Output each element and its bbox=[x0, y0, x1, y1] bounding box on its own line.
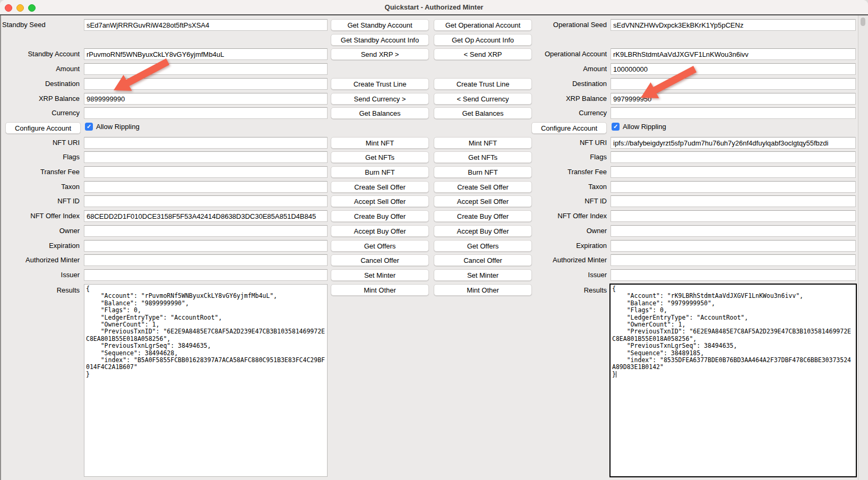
operational-button-create-trust-line[interactable]: Create Trust Line bbox=[434, 78, 532, 90]
quickstart-window: Quickstart - Authorized Minter Standby S… bbox=[0, 0, 868, 480]
operational-label-expiration: Expiration bbox=[534, 242, 607, 251]
operational-button-accept-buy-offer[interactable]: Accept Buy Offer bbox=[434, 225, 532, 237]
standby-button-mint-other[interactable]: Mint Other bbox=[331, 284, 429, 296]
operational-field-taxon[interactable] bbox=[611, 181, 856, 193]
standby-label-flags: Flags bbox=[2, 153, 80, 162]
operational-field-owner[interactable] bbox=[611, 225, 856, 237]
operational-button-mint-nft[interactable]: Mint NFT bbox=[434, 137, 532, 149]
standby-field-expiration[interactable] bbox=[84, 240, 328, 252]
standby-field-taxon[interactable] bbox=[84, 181, 328, 193]
operational-label-flags: Flags bbox=[534, 153, 607, 162]
standby-button-accept-buy-offer[interactable]: Accept Buy Offer bbox=[331, 225, 429, 237]
operational-button-create-buy-offer[interactable]: Create Buy Offer bbox=[434, 210, 532, 222]
operational-configure-account-button[interactable]: Configure Account bbox=[531, 122, 607, 134]
operational-label-taxon: Taxon bbox=[534, 183, 607, 192]
operational-results-label: Results bbox=[534, 286, 607, 295]
operational-button-get-nfts[interactable]: Get NFTs bbox=[434, 151, 532, 163]
checkbox-checked-icon[interactable]: ✓ bbox=[85, 123, 93, 131]
operational-label-xrp-balance: XRP Balance bbox=[534, 95, 607, 104]
operational-allow-rippling-checkbox[interactable]: ✓ Allow Rippling bbox=[612, 123, 666, 131]
operational-field-currency[interactable] bbox=[611, 107, 856, 119]
operational-field-nft-id[interactable] bbox=[611, 195, 856, 207]
operational-button-get-offers[interactable]: Get Offers bbox=[434, 240, 532, 252]
operational-label-nft-offer-index: NFT Offer Index bbox=[534, 212, 607, 221]
standby-field-issuer[interactable] bbox=[84, 269, 328, 281]
scrollbar-thumb[interactable] bbox=[861, 18, 865, 26]
standby-button-get-standby-account[interactable]: Get Standby Account bbox=[331, 19, 429, 31]
standby-button-mint-nft[interactable]: Mint NFT bbox=[331, 137, 429, 149]
operational-field-flags[interactable] bbox=[611, 151, 856, 163]
operational-field-expiration[interactable] bbox=[611, 240, 856, 252]
operational-label-owner: Owner bbox=[534, 227, 607, 236]
standby-allow-rippling-checkbox[interactable]: ✓ Allow Rippling bbox=[85, 123, 140, 131]
standby-button-burn-nft[interactable]: Burn NFT bbox=[331, 166, 429, 178]
operational-button-send-currency[interactable]: < Send Currency bbox=[434, 93, 532, 105]
standby-field-nft-id[interactable] bbox=[84, 195, 328, 207]
operational-label-nft-uri: NFT URI bbox=[534, 139, 607, 148]
standby-field-nft-offer-index[interactable] bbox=[84, 210, 328, 222]
standby-configure-account-button[interactable]: Configure Account bbox=[5, 122, 81, 134]
operational-field-transfer-fee[interactable] bbox=[611, 166, 856, 178]
operational-button-get-op-account-info[interactable]: Get Op Account Info bbox=[434, 34, 532, 46]
standby-label-nft-offer-index: NFT Offer Index bbox=[2, 212, 80, 221]
operational-button-accept-sell-offer[interactable]: Accept Sell Offer bbox=[434, 195, 532, 207]
standby-field-owner[interactable] bbox=[84, 225, 328, 237]
standby-label-nft-id: NFT ID bbox=[2, 197, 80, 206]
standby-field-standby-seed[interactable] bbox=[84, 19, 328, 31]
standby-results-label: Results bbox=[2, 286, 80, 295]
standby-button-create-sell-offer[interactable]: Create Sell Offer bbox=[331, 181, 429, 193]
standby-button-cancel-offer[interactable]: Cancel Offer bbox=[331, 254, 429, 266]
operational-label-destination: Destination bbox=[534, 80, 607, 89]
window-top-border bbox=[0, 14, 868, 15]
standby-label-destination: Destination bbox=[2, 80, 80, 89]
operational-button-set-minter[interactable]: Set Minter bbox=[434, 269, 532, 281]
standby-button-accept-sell-offer[interactable]: Accept Sell Offer bbox=[331, 195, 429, 207]
operational-button-mint-other[interactable]: Mint Other bbox=[434, 284, 532, 296]
standby-button-create-buy-offer[interactable]: Create Buy Offer bbox=[331, 210, 429, 222]
standby-button-send-xrp[interactable]: Send XRP > bbox=[331, 48, 429, 60]
operational-button-get-operational-account[interactable]: Get Operational Account bbox=[434, 19, 532, 31]
red-arrow-operational-xrp-balance-icon bbox=[635, 64, 699, 104]
standby-field-transfer-fee[interactable] bbox=[84, 166, 328, 178]
standby-button-set-minter[interactable]: Set Minter bbox=[331, 269, 429, 281]
standby-field-flags[interactable] bbox=[84, 151, 328, 163]
standby-button-get-standby-account-info[interactable]: Get Standby Account Info bbox=[331, 34, 429, 46]
operational-button-get-balances[interactable]: Get Balances bbox=[434, 107, 532, 119]
standby-results-textarea[interactable]: { "Account": "rPuvmoRNf5WNByuxCkLY8vGY6y… bbox=[84, 284, 328, 477]
operational-button-create-sell-offer[interactable]: Create Sell Offer bbox=[434, 181, 532, 193]
standby-button-create-trust-line[interactable]: Create Trust Line bbox=[331, 78, 429, 90]
operational-button-burn-nft[interactable]: Burn NFT bbox=[434, 166, 532, 178]
operational-field-operational-seed[interactable] bbox=[611, 19, 856, 31]
operational-button-send-xrp[interactable]: < Send XRP bbox=[434, 48, 532, 60]
operational-field-authorized-minter[interactable] bbox=[611, 254, 856, 266]
checkmark-icon: ✓ bbox=[613, 124, 618, 130]
scrollbar-track[interactable] bbox=[858, 15, 868, 480]
operational-field-issuer[interactable] bbox=[611, 269, 856, 281]
operational-label-operational-account: Operational Account bbox=[534, 50, 607, 59]
operational-allow-rippling-label: Allow Rippling bbox=[623, 123, 666, 131]
operational-button-cancel-offer[interactable]: Cancel Offer bbox=[434, 254, 532, 266]
standby-button-send-currency[interactable]: Send Currency > bbox=[331, 93, 429, 105]
operational-results-text: { "Account": "rK9LBRhStdmtAaVdJXGVF1LnKW… bbox=[611, 285, 856, 379]
operational-field-operational-account[interactable] bbox=[611, 48, 856, 60]
standby-button-get-offers[interactable]: Get Offers bbox=[331, 240, 429, 252]
operational-field-nft-uri[interactable] bbox=[611, 137, 856, 149]
standby-label-amount: Amount bbox=[2, 65, 80, 74]
checkbox-checked-icon[interactable]: ✓ bbox=[612, 123, 620, 131]
standby-label-nft-uri: NFT URI bbox=[2, 139, 80, 148]
operational-label-nft-id: NFT ID bbox=[534, 197, 607, 206]
standby-field-currency[interactable] bbox=[84, 107, 328, 119]
standby-button-get-nfts[interactable]: Get NFTs bbox=[331, 151, 429, 163]
standby-field-authorized-minter[interactable] bbox=[84, 254, 328, 266]
operational-field-nft-offer-index[interactable] bbox=[611, 210, 856, 222]
standby-button-get-balances[interactable]: Get Balances bbox=[331, 107, 429, 119]
standby-field-nft-uri[interactable] bbox=[84, 137, 328, 149]
standby-label-expiration: Expiration bbox=[2, 242, 80, 251]
standby-label-transfer-fee: Transfer Fee bbox=[2, 168, 80, 177]
window-title: Quickstart - Authorized Minter bbox=[0, 0, 868, 14]
standby-label-owner: Owner bbox=[2, 227, 80, 236]
standby-label-issuer: Issuer bbox=[2, 271, 80, 280]
operational-results-textarea[interactable]: { "Account": "rK9LBRhStdmtAaVdJXGVF1LnKW… bbox=[609, 284, 857, 477]
standby-label-currency: Currency bbox=[2, 109, 80, 118]
checkmark-icon: ✓ bbox=[87, 124, 91, 130]
